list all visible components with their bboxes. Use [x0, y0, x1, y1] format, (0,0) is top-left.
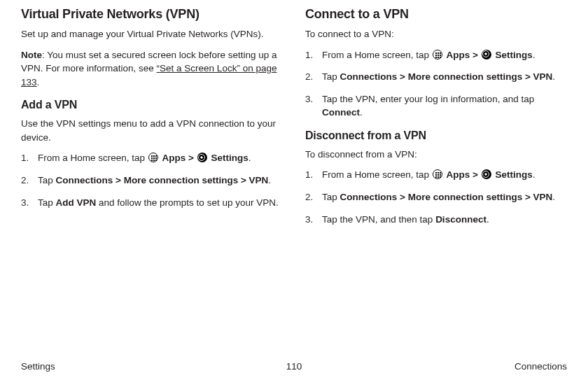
step-text: Tap: [38, 197, 56, 208]
connect-intro: To connect to a VPN:: [305, 27, 567, 41]
heading-disconnect-vpn: Disconnect from a VPN: [305, 129, 567, 142]
connect-label: Connect: [322, 107, 360, 118]
add-vpn-steps: From a Home screen, tap Apps > Settings.…: [21, 151, 283, 209]
period: .: [360, 107, 363, 118]
settings-label: Settings: [211, 153, 248, 163]
apps-icon: [433, 169, 442, 179]
period: .: [486, 214, 489, 225]
step-text: Tap: [322, 192, 340, 202]
list-item: Tap the VPN, and then tap Disconnect.: [305, 213, 567, 227]
step-text: Tap the VPN, enter your log in informati…: [322, 94, 534, 104]
list-item: From a Home screen, tap Apps > Settings.: [21, 151, 283, 165]
gt: >: [470, 169, 480, 180]
apps-label: Apps: [162, 153, 186, 163]
vpn-intro: Set up and manage your Virtual Private N…: [21, 27, 283, 41]
disconnect-label: Disconnect: [435, 214, 486, 225]
page-number: 110: [286, 361, 302, 372]
step-text-tail: and follow the prompts to set up your VP…: [96, 197, 278, 208]
step-text: From a Home screen, tap: [38, 153, 148, 163]
left-column: Virtual Private Networks (VPN) Set up an…: [21, 7, 283, 234]
heading-add-vpn: Add a VPN: [21, 99, 283, 111]
heading-connect-vpn: Connect to a VPN: [305, 7, 567, 22]
step-text: Tap the VPN, and then tap: [322, 214, 435, 225]
list-item: Tap Connections > More connection settin…: [21, 174, 283, 188]
apps-icon: [148, 153, 158, 162]
gt: >: [470, 50, 480, 60]
apps-label: Apps: [447, 50, 470, 60]
add-vpn-intro: Use the VPN settings menu to add a VPN c…: [21, 117, 283, 144]
nav-path: Connections > More connection settings >…: [56, 175, 269, 185]
vpn-note: Note: You must set a secured screen lock…: [21, 48, 283, 90]
period: .: [533, 50, 536, 60]
period: .: [248, 153, 251, 163]
footer-section: Settings: [21, 361, 55, 372]
step-text: From a Home screen, tap: [322, 169, 432, 180]
list-item: Tap Connections > More connection settin…: [305, 190, 567, 204]
settings-icon: [482, 169, 491, 179]
heading-vpn: Virtual Private Networks (VPN): [21, 7, 283, 22]
list-item: Tap Add VPN and follow the prompts to se…: [21, 196, 283, 210]
page-footer: Settings 110 Connections: [21, 361, 567, 372]
period: .: [268, 175, 271, 185]
nav-path: Connections > More connection settings >…: [340, 71, 553, 82]
step-text: From a Home screen, tap: [322, 50, 432, 60]
apps-label: Apps: [447, 169, 470, 180]
add-vpn-label: Add VPN: [56, 197, 97, 208]
period: .: [533, 169, 536, 180]
page-body: Virtual Private Networks (VPN) Set up an…: [0, 0, 588, 234]
right-column: Connect to a VPN To connect to a VPN: Fr…: [305, 7, 567, 234]
disconnect-intro: To disconnect from a VPN:: [305, 148, 567, 162]
list-item: From a Home screen, tap Apps > Settings.: [305, 168, 567, 182]
period: .: [552, 71, 555, 82]
settings-icon: [482, 50, 491, 59]
period: .: [552, 192, 555, 202]
list-item: Tap the VPN, enter your log in informati…: [305, 92, 567, 120]
footer-subsection: Connections: [514, 361, 567, 372]
nav-path: Connections > More connection settings >…: [340, 192, 553, 202]
connect-steps: From a Home screen, tap Apps > Settings.…: [305, 48, 567, 120]
step-text: Tap: [322, 71, 340, 82]
list-item: From a Home screen, tap Apps > Settings.: [305, 48, 567, 62]
apps-icon: [433, 50, 442, 59]
disconnect-steps: From a Home screen, tap Apps > Settings.…: [305, 168, 567, 226]
list-item: Tap Connections > More connection settin…: [305, 70, 567, 84]
note-body-2: .: [37, 77, 40, 87]
note-label: Note: [21, 50, 42, 60]
gt: >: [186, 153, 196, 163]
step-text: Tap: [38, 175, 56, 185]
settings-icon: [197, 153, 207, 162]
settings-label: Settings: [495, 169, 532, 180]
settings-label: Settings: [495, 50, 532, 60]
